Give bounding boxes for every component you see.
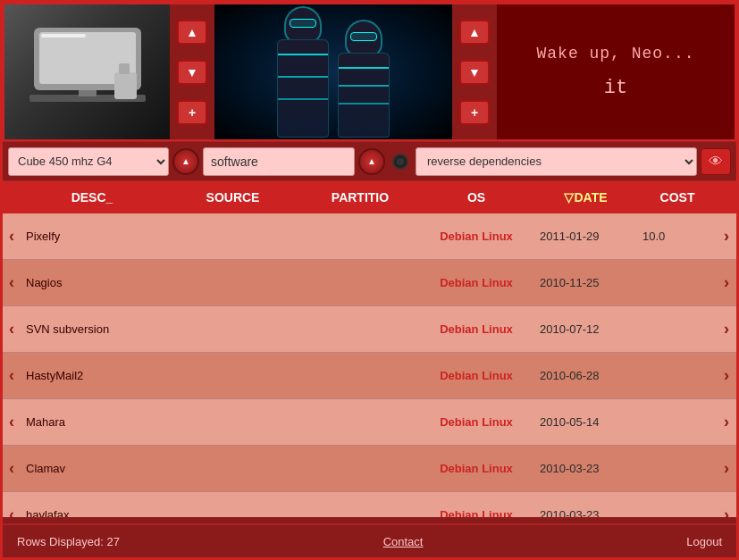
- left-down-btn[interactable]: ▼: [177, 60, 207, 85]
- table-row: ‹ Nagios Debian Linux 2010-11-25 ›: [3, 260, 736, 306]
- terminal-line2: it: [604, 77, 627, 99]
- th-desc[interactable]: DESC_: [21, 190, 164, 205]
- row-os[interactable]: Debian Linux: [418, 276, 534, 289]
- svg-rect-6: [119, 63, 130, 74]
- row-desc: SVN subversion: [21, 322, 164, 336]
- radio-inner: [397, 158, 404, 165]
- table-row: ‹ HastyMail2 Debian Linux 2010-06-28 ›: [3, 353, 736, 399]
- left-plus-btn[interactable]: +: [177, 100, 207, 125]
- rows-displayed: Rows Displayed: 27: [17, 535, 120, 548]
- th-date[interactable]: ▽DATE: [534, 190, 637, 205]
- row-os[interactable]: Debian Linux: [418, 322, 534, 336]
- th-cost[interactable]: COST: [637, 190, 718, 205]
- row-os[interactable]: Debian Linux: [418, 462, 534, 475]
- svg-rect-5: [114, 72, 137, 99]
- row-date: 2010-05-14: [534, 415, 637, 429]
- row-nav-right[interactable]: ›: [718, 227, 735, 246]
- up-icon2: ▲: [367, 156, 376, 166]
- left-controls: ▲ ▼ +: [170, 4, 214, 139]
- row-desc: Pixelfy: [21, 230, 164, 243]
- row-date: 2010-07-12: [534, 322, 637, 336]
- top-left-image: [4, 4, 170, 139]
- top-center-image: [214, 4, 452, 139]
- row-os[interactable]: Debian Linux: [418, 369, 534, 382]
- row-desc: HastyMail2: [21, 369, 164, 382]
- table-row: ‹ haylafax Debian Linux 2010-03-23 ›: [3, 492, 736, 517]
- table-row: ‹ Pixelfy Debian Linux 2011-01-29 10.0 ›: [3, 213, 736, 260]
- table-row: ‹ Mahara Debian Linux 2010-05-14 ›: [3, 399, 736, 446]
- th-source[interactable]: SOURCE: [164, 190, 302, 205]
- search-bar: Cube 450 mhz G4 MacBook Pro iMac G5 ▲ ▲ …: [3, 141, 736, 181]
- left-up-btn[interactable]: ▲: [177, 20, 207, 45]
- right-plus-btn[interactable]: +: [459, 100, 490, 125]
- row-desc: haylafax: [21, 508, 164, 517]
- search-input[interactable]: [203, 147, 355, 176]
- row-os[interactable]: Debian Linux: [418, 415, 534, 429]
- right-down-btn[interactable]: ▼: [459, 60, 490, 85]
- up-icon: ▲: [181, 156, 190, 166]
- row-desc: Clamav: [21, 462, 164, 475]
- th-partition[interactable]: PARTITIO: [302, 190, 418, 205]
- row-os[interactable]: Debian Linux: [418, 230, 534, 243]
- row-desc: Nagios: [21, 276, 164, 289]
- row-nav-right[interactable]: ›: [718, 366, 735, 385]
- table-row: ‹ Clamav Debian Linux 2010-03-23 ›: [3, 446, 736, 492]
- table-body: ‹ Pixelfy Debian Linux 2011-01-29 10.0 ›…: [3, 213, 736, 517]
- row-nav-right[interactable]: ›: [718, 413, 735, 431]
- search-go-button[interactable]: ▲: [358, 148, 385, 175]
- row-nav-left[interactable]: ‹: [3, 320, 21, 339]
- row-nav-right[interactable]: ›: [718, 459, 735, 478]
- row-date: 2011-01-29: [534, 230, 637, 243]
- row-desc: Mahara: [21, 415, 164, 429]
- row-os[interactable]: Debian Linux: [418, 508, 534, 517]
- row-nav-left[interactable]: ‹: [3, 273, 21, 292]
- radio-button[interactable]: [392, 154, 408, 170]
- right-controls: ▲ ▼ +: [452, 4, 497, 139]
- eye-icon: 👁: [709, 154, 723, 170]
- contact-link[interactable]: Contact: [383, 535, 424, 548]
- row-date: 2010-06-28: [534, 369, 637, 382]
- table-header: DESC_ SOURCE PARTITIO OS ▽DATE COST: [3, 181, 736, 213]
- row-nav-left[interactable]: ‹: [3, 366, 21, 385]
- th-os[interactable]: OS: [418, 190, 534, 205]
- row-nav-left[interactable]: ‹: [3, 459, 21, 478]
- row-date: 2010-03-23: [534, 462, 637, 475]
- right-up-btn[interactable]: ▲: [459, 20, 490, 45]
- main-content: DESC_ SOURCE PARTITIO OS ▽DATE COST ‹ Pi…: [3, 181, 736, 523]
- table-row: ‹ SVN subversion Debian Linux 2010-07-12…: [3, 306, 736, 353]
- row-date: 2010-03-23: [534, 508, 637, 517]
- logout-button[interactable]: Logout: [686, 535, 722, 548]
- terminal-panel: Wake up, Neo... it: [497, 4, 735, 139]
- row-nav-left[interactable]: ‹: [3, 227, 21, 246]
- row-nav-right[interactable]: ›: [718, 506, 735, 517]
- eye-button[interactable]: 👁: [701, 148, 731, 175]
- row-nav-right[interactable]: ›: [718, 273, 735, 292]
- terminal-line1: Wake up, Neo...: [536, 45, 694, 63]
- svg-rect-4: [41, 34, 86, 38]
- row-cost: 10.0: [637, 230, 718, 243]
- machine-go-button[interactable]: ▲: [172, 148, 199, 175]
- row-date: 2010-11-25: [534, 276, 637, 289]
- row-nav-left[interactable]: ‹: [3, 413, 21, 431]
- dependency-select[interactable]: reverse dependencies dependencies all: [416, 147, 697, 176]
- machine-select[interactable]: Cube 450 mhz G4 MacBook Pro iMac G5: [8, 147, 169, 176]
- footer: Rows Displayed: 27 Contact Logout: [3, 523, 736, 557]
- row-nav-right[interactable]: ›: [718, 320, 735, 339]
- row-nav-left[interactable]: ‹: [3, 506, 21, 517]
